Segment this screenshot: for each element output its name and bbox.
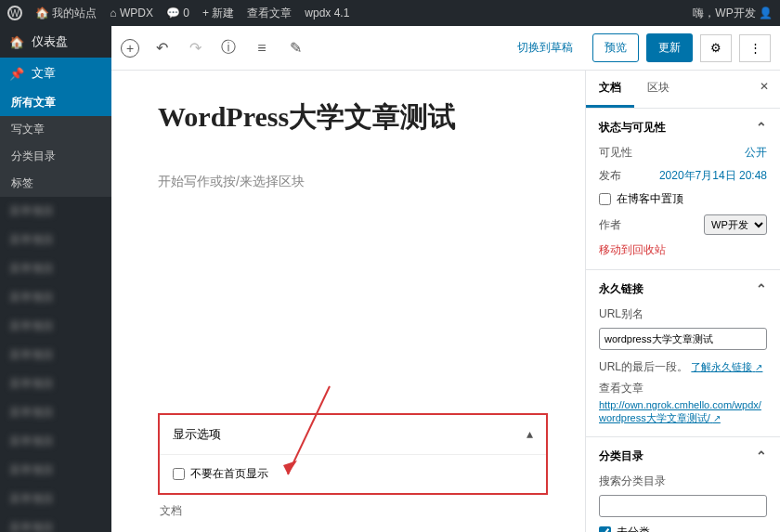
more-menu-button[interactable]: ⋮ — [739, 34, 771, 62]
hide-homepage-checkbox[interactable] — [173, 468, 185, 480]
sticky-label: 在博客中置顶 — [617, 191, 683, 207]
wpdx-link[interactable]: ⌂ WPDX — [110, 6, 153, 19]
permalink-header-label: 永久链接 — [599, 281, 644, 297]
submenu-categories[interactable]: 分类目录 — [0, 143, 111, 170]
submenu-tags[interactable]: 标签 — [0, 170, 111, 197]
submenu-all-posts[interactable]: 所有文章 — [0, 89, 111, 116]
tab-document[interactable]: 文档 — [586, 71, 634, 108]
comments-link[interactable]: 💬 0 — [166, 6, 189, 19]
url-desc: URL的最后一段。 — [599, 360, 688, 373]
outline-button[interactable]: ≡ — [251, 37, 273, 59]
doc-footer-label: 文档 — [158, 500, 548, 523]
status-header-toggle[interactable]: 状态与可见性 ⌃ — [599, 120, 767, 136]
sidebar-item-dashboard[interactable]: 🏠 仪表盘 — [0, 26, 111, 58]
category-label: 未分类 — [617, 525, 650, 532]
hide-homepage-label: 不要在首页显示 — [190, 466, 268, 482]
author-select[interactable]: WP开发 — [704, 214, 767, 235]
move-to-trash-link[interactable]: 移动到回收站 — [599, 242, 767, 258]
blurred-item: 菜单项目 — [0, 197, 111, 226]
author-label: 作者 — [599, 217, 621, 233]
editor-canvas[interactable]: WordPress大学文章测试 开始写作或按/来选择区块 显示选项 ▴ 不要在首… — [111, 71, 585, 532]
settings-gear-button[interactable]: ⚙ — [700, 34, 732, 62]
permalink-header-toggle[interactable]: 永久链接 ⌃ — [599, 281, 767, 297]
blurred-item: 菜单项目 — [0, 485, 111, 513]
edit-button[interactable]: ✎ — [284, 37, 306, 59]
editor-toolbar: + ↶ ↷ ⓘ ≡ ✎ 切换到草稿 预览 更新 ⚙ ⋮ — [111, 26, 780, 71]
publish-label: 发布 — [599, 168, 621, 184]
categories-header-label: 分类目录 — [599, 448, 644, 464]
blurred-item: 菜单项目 — [0, 341, 111, 370]
site-link[interactable]: 🏠 我的站点 — [35, 6, 97, 21]
close-icon: ✕ — [760, 80, 769, 93]
slug-label: URL别名 — [599, 306, 767, 322]
settings-panel: 文档 区块 ✕ 状态与可见性 ⌃ 可见性 公开 发布 2020年7月 — [585, 71, 780, 532]
view-post-label: 查看文章 — [599, 381, 767, 396]
post-title[interactable]: WordPress大学文章测试 — [158, 98, 548, 136]
display-options-metabox: 显示选项 ▴ 不要在首页显示 — [158, 413, 548, 495]
blurred-item: 菜单项目 — [0, 226, 111, 254]
blurred-item: 菜单项目 — [0, 456, 111, 485]
close-panel-button[interactable]: ✕ — [748, 71, 780, 108]
more-icon: ⋮ — [749, 41, 761, 55]
update-button[interactable]: 更新 — [646, 33, 693, 62]
external-link-icon: ↗ — [755, 362, 762, 372]
version-label: wpdx 4.1 — [305, 6, 349, 19]
submenu-new-post[interactable]: 写文章 — [0, 116, 111, 143]
chevron-up-icon: ⌃ — [756, 120, 767, 136]
pin-icon: 📌 — [9, 67, 24, 81]
category-checkbox-uncategorized[interactable] — [599, 526, 611, 532]
blurred-item: 菜单项目 — [0, 427, 111, 456]
status-header-label: 状态与可见性 — [599, 120, 666, 136]
metabox-title: 显示选项 — [173, 426, 221, 443]
switch-draft-button[interactable]: 切换到草稿 — [505, 33, 585, 62]
blurred-item: 菜单项目 — [0, 513, 111, 532]
admin-bar: W 🏠 我的站点 ⌂ WPDX 💬 0 + 新建 查看文章 wpdx 4.1 嗨… — [0, 0, 780, 26]
visibility-label: 可见性 — [599, 145, 632, 161]
sidebar-item-posts[interactable]: 📌 文章 — [0, 58, 111, 89]
search-category-input[interactable] — [599, 495, 767, 517]
dashboard-icon: 🏠 — [9, 35, 24, 49]
tab-block[interactable]: 区块 — [634, 71, 682, 108]
categories-section: 分类目录 ⌃ 搜索分类目录 未分类 文化氛围 — [586, 437, 780, 532]
slug-input[interactable] — [599, 328, 767, 350]
blurred-item: 菜单项目 — [0, 312, 111, 341]
wordpress-logo-icon[interactable]: W — [7, 6, 22, 20]
publish-date-link[interactable]: 2020年7月14日 20:48 — [659, 168, 767, 184]
permalink-section: 永久链接 ⌃ URL别名 URL的最后一段。 了解永久链接 ↗ 查看文章 htt… — [586, 270, 780, 437]
permalink-url[interactable]: http://own.ngrok.cmhello.com/wpdx/wordpr… — [599, 399, 761, 423]
sidebar-dashboard-label: 仪表盘 — [32, 33, 68, 50]
sticky-checkbox[interactable] — [599, 193, 611, 205]
blurred-item: 菜单项目 — [0, 254, 111, 283]
categories-header-toggle[interactable]: 分类目录 ⌃ — [599, 448, 767, 464]
gear-icon: ⚙ — [710, 41, 722, 55]
chevron-up-icon: ▴ — [526, 426, 533, 443]
info-button[interactable]: ⓘ — [217, 37, 240, 59]
redo-button[interactable]: ↷ — [184, 37, 206, 59]
chevron-up-icon: ⌃ — [756, 448, 767, 464]
blurred-item: 菜单项目 — [0, 283, 111, 312]
blurred-item: 菜单项目 — [0, 370, 111, 398]
sidebar-posts-label: 文章 — [32, 65, 56, 82]
external-link-icon: ↗ — [713, 413, 721, 423]
blurred-item: 菜单项目 — [0, 398, 111, 427]
new-link[interactable]: + 新建 — [202, 6, 234, 21]
undo-button[interactable]: ↶ — [150, 37, 173, 59]
admin-sidebar: 🏠 仪表盘 📌 文章 所有文章 写文章 分类目录 标签 菜单项目 菜单项目 菜单… — [0, 26, 111, 532]
search-cat-label: 搜索分类目录 — [599, 474, 767, 489]
block-placeholder[interactable]: 开始写作或按/来选择区块 — [158, 174, 548, 190]
metabox-toggle[interactable]: 显示选项 ▴ — [160, 415, 546, 455]
chevron-up-icon: ⌃ — [756, 281, 767, 297]
status-visibility-section: 状态与可见性 ⌃ 可见性 公开 发布 2020年7月14日 20:48 在博客中… — [586, 109, 780, 270]
hide-homepage-option[interactable]: 不要在首页显示 — [173, 466, 533, 482]
visibility-value-link[interactable]: 公开 — [745, 145, 767, 161]
add-block-button[interactable]: + — [121, 39, 139, 58]
greeting-label[interactable]: 嗨，WP开发 👤 — [693, 6, 773, 21]
learn-permalink-link[interactable]: 了解永久链接 ↗ — [691, 361, 762, 372]
view-post-link[interactable]: 查看文章 — [247, 6, 292, 21]
preview-button[interactable]: 预览 — [592, 33, 639, 62]
